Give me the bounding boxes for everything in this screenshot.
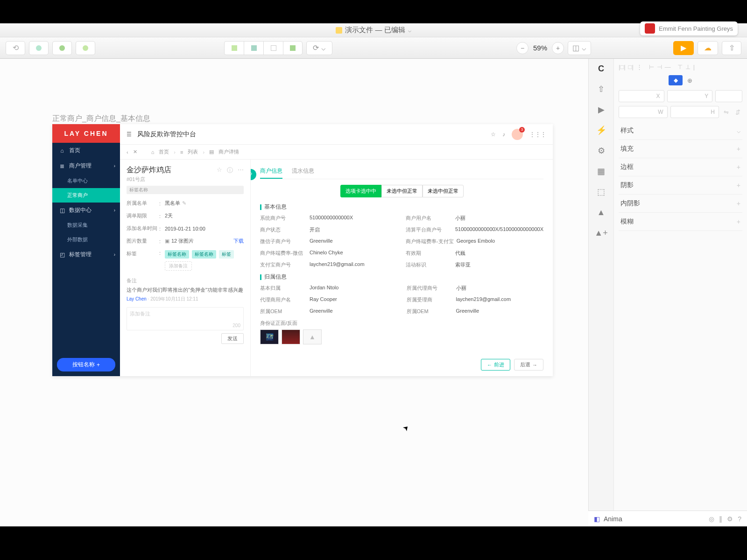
bolt-icon[interactable]: ⚡: [595, 124, 607, 136]
edit-icon[interactable]: ✎: [182, 200, 186, 206]
info-icon[interactable]: ⓘ: [227, 166, 233, 175]
info-field: 支付宝商户号laychen219@gmail.com: [260, 261, 396, 268]
char-count: 200: [233, 323, 240, 328]
flip-h-icon[interactable]: ⇋: [722, 109, 731, 116]
rotate-field[interactable]: [715, 90, 742, 102]
layer-btn-4[interactable]: [283, 41, 303, 55]
gear-icon[interactable]: ⚙: [595, 145, 607, 157]
nav-merchant-mgmt[interactable]: ≣商户管理›: [52, 158, 120, 174]
crumb-list[interactable]: 列表: [188, 148, 198, 155]
anima-sync-icon[interactable]: ◎: [709, 515, 714, 523]
tag-chip[interactable]: 标签: [219, 250, 234, 259]
play-button[interactable]: ▶: [673, 41, 694, 55]
inspector-section[interactable]: 填充+: [619, 140, 742, 158]
target-icon[interactable]: ⊕: [687, 77, 692, 84]
bell-icon[interactable]: ♪: [502, 131, 505, 138]
list-icon: ≡: [180, 149, 183, 155]
inspector-section[interactable]: 内阴影+: [619, 195, 742, 213]
nav-data-collect[interactable]: 数据采集: [52, 218, 120, 232]
chevron-down-icon[interactable]: ⌵: [408, 27, 411, 34]
nav-data-center[interactable]: ◫数据中心›: [52, 203, 120, 218]
layer-btn-2[interactable]: [244, 41, 263, 55]
remark-input[interactable]: 添加备注 200: [127, 307, 244, 330]
flip-v-icon[interactable]: ⇵: [733, 109, 742, 116]
zoom-in[interactable]: +: [552, 42, 564, 54]
prev-button[interactable]: ←前进: [481, 359, 510, 371]
pill-option[interactable]: 未选中但正常: [423, 185, 464, 197]
shop-name: 金沙萨炸鸡店: [127, 165, 171, 175]
canvas[interactable]: 正常商户_商户信息_基本信息 LAY CHEN ⌂首页 ≣商户管理› 名单中心 …: [0, 59, 588, 526]
add-tag-button[interactable]: 添加备注: [165, 261, 192, 271]
upload-icon[interactable]: ⇧: [595, 83, 607, 95]
anima-pause-icon[interactable]: ‖: [719, 515, 722, 523]
download-link[interactable]: 下载: [233, 238, 244, 245]
layer-btn-3[interactable]: [263, 41, 283, 55]
zoom-out[interactable]: −: [516, 42, 529, 54]
close-icon[interactable]: ✕: [133, 149, 137, 155]
nav-normal-merchant[interactable]: 正常商户: [52, 188, 120, 203]
layout-icon[interactable]: ▦: [595, 165, 607, 177]
music-thumbnail: [645, 23, 655, 34]
tab-merchant-info[interactable]: 商户信息: [260, 164, 282, 179]
info-field: 商户终端费率-支付宝Georges Embolo: [406, 238, 543, 245]
more-icon[interactable]: ⋯: [238, 166, 244, 175]
y-field[interactable]: Y: [667, 90, 713, 102]
logo-icon[interactable]: C: [595, 63, 607, 75]
data-icon: ◫: [59, 207, 65, 214]
crop-icon[interactable]: ⬚: [595, 186, 607, 198]
tool-shape-1[interactable]: [29, 41, 49, 55]
idcard-label: 身份证正面/反面: [260, 320, 543, 327]
inspector-section[interactable]: 边框+: [619, 158, 742, 176]
play-icon[interactable]: ▶: [595, 104, 607, 116]
step-badge: ?: [251, 169, 256, 180]
idcard-back[interactable]: [282, 329, 300, 344]
h-field[interactable]: H: [670, 106, 719, 118]
inspector-section[interactable]: 模糊+: [619, 213, 742, 231]
idcard-placeholder[interactable]: ▲: [303, 329, 322, 344]
cloud-button[interactable]: ☁: [698, 41, 718, 55]
inspector-section[interactable]: 阴影+: [619, 176, 742, 195]
nav-tag-mgmt[interactable]: ◰标签管理›: [52, 247, 120, 262]
view-mode[interactable]: ◫ ⌵: [568, 41, 591, 55]
tool-shape-3[interactable]: [76, 41, 95, 55]
pill-selected[interactable]: 选项卡选中中: [340, 185, 381, 197]
diamond-icon[interactable]: ◆: [669, 75, 683, 85]
menu-icon[interactable]: ☰: [127, 131, 132, 138]
add-image-icon[interactable]: ▲+: [595, 227, 607, 239]
star-icon[interactable]: ☆: [491, 131, 496, 138]
arrow-right-icon: →: [532, 362, 537, 368]
tag-chip[interactable]: 标签名称: [192, 250, 216, 259]
tag-chip[interactable]: 标签名称: [165, 250, 189, 259]
layer-btn-1[interactable]: [224, 41, 244, 55]
star-icon[interactable]: ☆: [217, 166, 222, 175]
anima-gear-icon[interactable]: ⚙: [727, 515, 733, 523]
idcard-front[interactable]: 🌃: [260, 329, 279, 344]
tool-undo[interactable]: ⟲: [6, 41, 25, 55]
send-button[interactable]: 发送: [221, 333, 244, 344]
add-button[interactable]: 按钮名称+: [57, 358, 115, 371]
image-icon[interactable]: ▲: [595, 206, 607, 218]
breadcrumb: ‹ ✕ ⌂ 首页 › ≡ 列表 › ▤ 商户详情: [120, 145, 553, 160]
sync-button[interactable]: ⟳ ⌵: [306, 41, 332, 55]
share-button[interactable]: ⇧: [722, 41, 741, 55]
user-avatar[interactable]: 3: [512, 129, 523, 140]
style-section[interactable]: 样式⌵: [619, 122, 742, 140]
next-button[interactable]: 后退→: [514, 359, 543, 371]
apps-icon[interactable]: ⋮⋮⋮: [529, 131, 546, 138]
w-field[interactable]: W: [619, 106, 668, 118]
anima-help-icon[interactable]: ?: [738, 515, 741, 523]
crumb-detail[interactable]: 商户详情: [218, 148, 239, 155]
tool-shape-2[interactable]: [52, 41, 72, 55]
info-field: 所属代理商号小丽: [407, 285, 544, 292]
x-field[interactable]: X: [619, 90, 664, 102]
back-icon[interactable]: ‹: [127, 149, 128, 155]
mouse-cursor: [402, 423, 409, 432]
crumb-home[interactable]: 首页: [159, 148, 169, 155]
nav-list-center[interactable]: 名单中心: [52, 174, 120, 188]
app-toolbar: ⟲ ⟳ ⌵ − 59% + ◫ ⌵ ▶ ☁ ⇧: [0, 37, 747, 59]
tab-flow-info[interactable]: 流水信息: [292, 164, 314, 179]
nav-home[interactable]: ⌂首页: [52, 143, 120, 158]
pill-option[interactable]: 未选中但正常: [381, 185, 423, 197]
nav-external-data[interactable]: 外部数据: [52, 232, 120, 247]
music-widget[interactable]: Emmit Fenn Painting Greys: [640, 21, 738, 35]
